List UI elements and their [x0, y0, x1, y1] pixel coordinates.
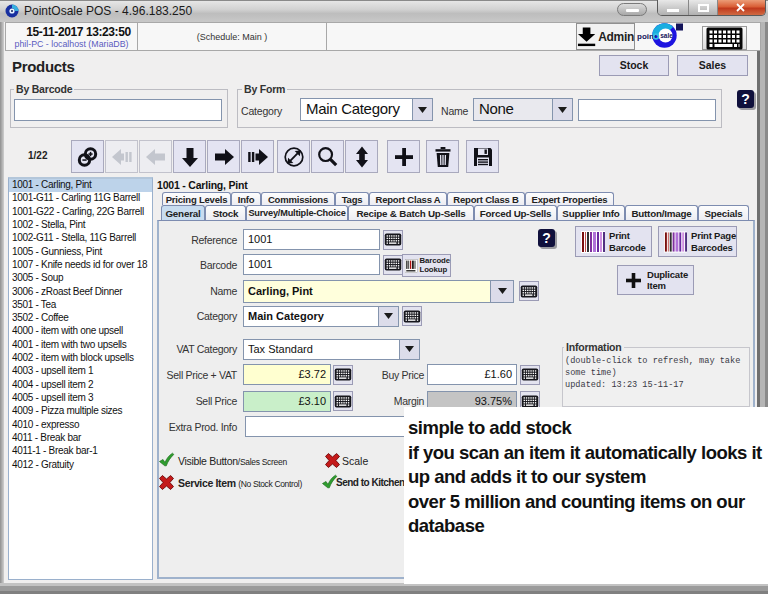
svg-text:sale: sale — [660, 32, 673, 39]
